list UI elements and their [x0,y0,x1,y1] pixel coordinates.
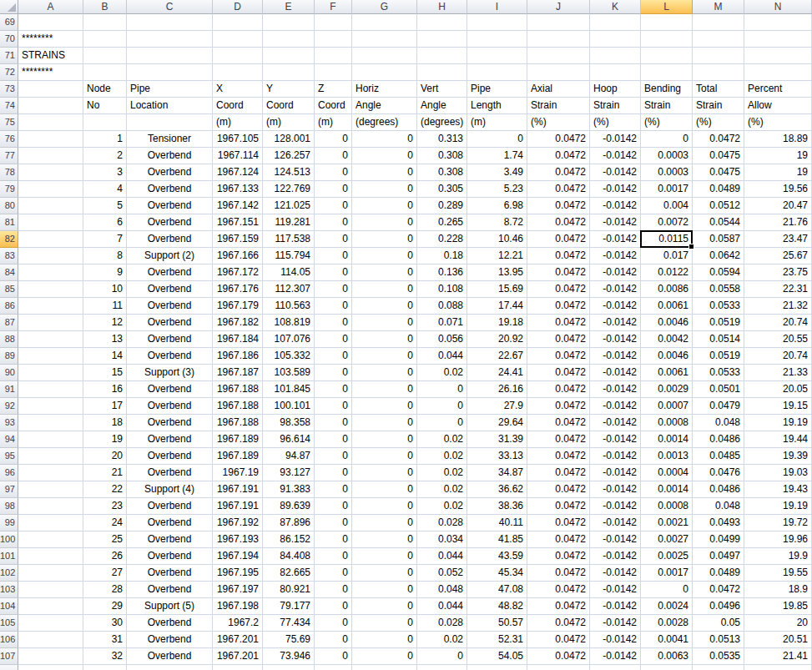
cell-B[interactable] [83,665,127,670]
cell-G96[interactable]: 0 [352,465,417,481]
cell-E76[interactable]: 128.001 [263,131,315,148]
cell-M93[interactable]: 0.048 [693,415,744,431]
cell-N105[interactable]: 20 [744,615,812,632]
cell-A107[interactable] [18,648,83,665]
cell-N75[interactable]: (%) [744,114,812,131]
column-header-K[interactable]: K [590,0,641,14]
cell-J86[interactable]: 0.0472 [527,298,590,315]
cell-E72[interactable] [263,64,315,81]
cell-E99[interactable]: 87.896 [263,515,315,531]
cell-I80[interactable]: 6.98 [467,198,527,214]
cell-E103[interactable]: 80.921 [263,582,315,598]
cell-H81[interactable]: 0.265 [417,214,467,231]
cell-H89[interactable]: 0.044 [417,348,467,365]
cell-G70[interactable] [352,31,417,48]
cell-L73[interactable]: Bending [641,81,693,98]
cell-G107[interactable]: 0 [352,648,417,665]
column-header-E[interactable]: E [263,0,315,14]
cell-D98[interactable]: 1967.191 [213,498,263,515]
cell-F70[interactable] [315,31,352,48]
cell-K70[interactable] [590,31,641,48]
cell-H70[interactable] [417,31,467,48]
cell-I83[interactable]: 12.21 [467,248,527,264]
cell-D101[interactable]: 1967.194 [213,548,263,565]
cell-A84[interactable] [18,264,83,281]
cell-G69[interactable] [352,14,417,31]
cell-M97[interactable]: 0.0486 [693,481,744,498]
cell-B100[interactable]: 25 [83,531,127,548]
cell-K107[interactable]: -0.0142 [590,648,641,665]
cell-E80[interactable]: 121.025 [263,198,315,214]
cell-A71[interactable]: STRAINS [18,48,83,64]
cell-I101[interactable]: 43.59 [467,548,527,565]
cell-I88[interactable]: 20.92 [467,331,527,348]
row-header-88[interactable]: 88 [0,331,18,348]
cell-I84[interactable]: 13.95 [467,264,527,281]
cell-G74[interactable]: Angle [352,98,417,114]
cell-B98[interactable]: 23 [83,498,127,515]
cell-H72[interactable] [417,64,467,81]
cell-H78[interactable]: 0.308 [417,164,467,181]
column-header-M[interactable]: M [693,0,744,14]
cell-L72[interactable] [641,64,693,81]
cell-D69[interactable] [213,14,263,31]
cell-C99[interactable]: Overbend [127,515,213,531]
cell-I75[interactable]: (m) [467,114,527,131]
cell-N104[interactable]: 19.85 [744,598,812,615]
cell-H[interactable] [417,665,467,670]
cell-J100[interactable]: 0.0472 [527,531,590,548]
row-header-81[interactable]: 81 [0,214,18,231]
cell-E77[interactable]: 126.257 [263,148,315,164]
cell-L84[interactable]: 0.0122 [641,264,693,281]
cell-M87[interactable]: 0.0519 [693,315,744,331]
cell-D107[interactable]: 1967.201 [213,648,263,665]
row-header-107[interactable]: 107 [0,648,18,665]
cell-H98[interactable]: 0.02 [417,498,467,515]
column-header-G[interactable]: G [352,0,417,14]
cell-I82[interactable]: 10.46 [467,231,527,248]
row-header-82[interactable]: 82 [0,231,18,248]
cell-N77[interactable]: 19 [744,148,812,164]
cell-J97[interactable]: 0.0472 [527,481,590,498]
row-header-85[interactable]: 85 [0,281,18,298]
cell-D80[interactable]: 1967.142 [213,198,263,214]
cell-G81[interactable]: 0 [352,214,417,231]
cell-G86[interactable]: 0 [352,298,417,315]
row-header-102[interactable]: 102 [0,565,18,582]
cell-H73[interactable]: Vert [417,81,467,98]
cell-M75[interactable]: (%) [693,114,744,131]
cell-D96[interactable]: 1967.19 [213,465,263,481]
cell-H100[interactable]: 0.034 [417,531,467,548]
cell-M105[interactable]: 0.05 [693,615,744,632]
row-header-69[interactable]: 69 [0,14,18,31]
cell-E105[interactable]: 77.434 [263,615,315,632]
cell-K87[interactable]: -0.0142 [590,315,641,331]
cell-H86[interactable]: 0.088 [417,298,467,315]
cell-C98[interactable]: Overbend [127,498,213,515]
cell-M101[interactable]: 0.0497 [693,548,744,565]
cell-F77[interactable]: 0 [315,148,352,164]
cell-G98[interactable]: 0 [352,498,417,515]
cell-A77[interactable] [18,148,83,164]
cell-H71[interactable] [417,48,467,64]
cell-H102[interactable]: 0.052 [417,565,467,582]
row-header-93[interactable]: 93 [0,415,18,431]
cell-B70[interactable] [83,31,127,48]
cell-B71[interactable] [83,48,127,64]
cell-F81[interactable]: 0 [315,214,352,231]
cell-I92[interactable]: 27.9 [467,398,527,415]
cell-J87[interactable]: 0.0472 [527,315,590,331]
cell-I98[interactable]: 38.36 [467,498,527,515]
cell-C89[interactable]: Overbend [127,348,213,365]
cell-A80[interactable] [18,198,83,214]
cell-A96[interactable] [18,465,83,481]
cell-G82[interactable]: 0 [352,231,417,248]
cell-N85[interactable]: 22.31 [744,281,812,298]
cell-G77[interactable]: 0 [352,148,417,164]
cell-K76[interactable]: -0.0142 [590,131,641,148]
cell-B87[interactable]: 12 [83,315,127,331]
cell-J92[interactable]: 0.0472 [527,398,590,415]
cell-L70[interactable] [641,31,693,48]
cell-K71[interactable] [590,48,641,64]
cell-C85[interactable]: Overbend [127,281,213,298]
